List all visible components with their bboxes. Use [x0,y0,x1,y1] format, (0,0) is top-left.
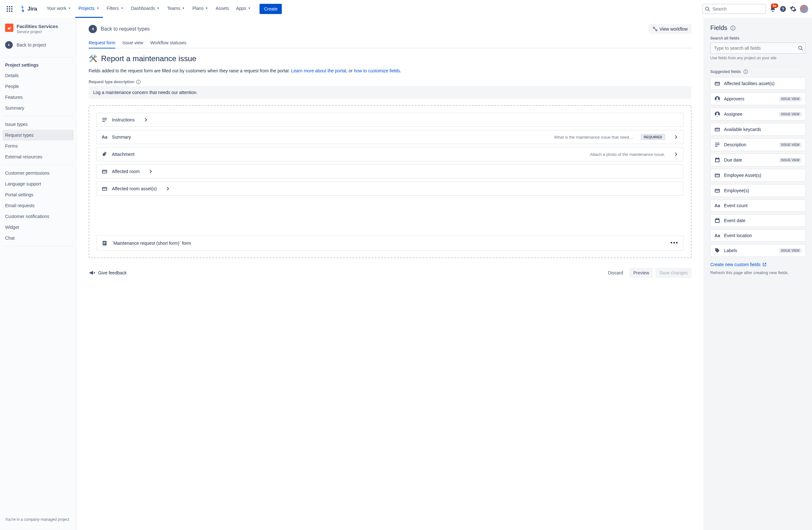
person-icon [714,111,720,117]
suggested-field-approvers[interactable]: Approvers ISSUE VIEW [710,92,806,105]
field-row-summary[interactable]: Aa Summary What is the maintenance issue… [96,130,684,144]
suggested-field-assignee[interactable]: Assignee ISSUE VIEW [710,108,806,120]
nav-apps[interactable]: Apps [233,3,255,14]
search-icon [798,46,803,51]
suggested-field-available-keycards[interactable]: Available keycards [710,123,806,136]
suggested-field-description[interactable]: Description ISSUE VIEW [710,138,806,151]
tab-workflow-statuses[interactable]: Workflow statuses [150,38,186,48]
field-row-affected-room-asset-s-[interactable]: Affected room asset(s) [96,182,684,196]
field-row-name: Affected room [112,169,140,174]
nav-your-work[interactable]: Your work [43,3,75,14]
create-button[interactable]: Create [260,4,282,14]
sidebar-item-language-support[interactable]: Language support [2,178,74,189]
sidebar-item-email-requests[interactable]: Email requests [2,200,74,211]
discard-button[interactable]: Discard [604,268,627,278]
sidebar-item-widget[interactable]: Widget [2,222,74,233]
text-lines-icon [102,117,107,123]
user-avatar[interactable] [800,5,808,13]
request-type-description-label: Request type description [89,80,692,84]
svg-point-13 [653,27,654,28]
back-to-project[interactable]: Back to project [2,39,74,51]
nav-plans[interactable]: Plans [189,3,212,14]
sidebar-item-issue-types[interactable]: Issue types [2,119,74,130]
attached-form-row[interactable]: `Maintenance request (short form)` form•… [96,236,684,250]
suggested-field-event-date[interactable]: Event date [710,214,806,227]
sidebar-item-people[interactable]: People [2,81,74,92]
nav-assets[interactable]: Assets [212,3,232,14]
nav-items: Your workProjectsFiltersDashboardsTeamsP… [43,3,255,14]
field-row-attachment[interactable]: Attachment Attach a photo of the mainten… [96,147,684,161]
tab-request-form[interactable]: Request form [89,38,115,48]
search-input[interactable] [702,4,766,14]
sidebar-item-customer-permissions[interactable]: Customer permissions [2,168,74,178]
nav-dashboards[interactable]: Dashboards [128,3,163,14]
sidebar-item-chat[interactable]: Chat [2,233,74,244]
main-content: Back to request types View workflow Requ… [76,18,704,530]
nav-projects[interactable]: Projects [75,3,103,14]
notification-badge: 9+ [771,3,778,8]
sidebar-item-portal-settings[interactable]: Portal settings [2,189,74,200]
give-feedback[interactable]: Give feedback [89,270,127,276]
sidebar-item-external-resources[interactable]: External resources [2,151,74,162]
learn-more-link[interactable]: Learn more about the portal [291,68,346,73]
calendar-icon [714,218,720,223]
suggested-field-due-date[interactable]: Due date ISSUE VIEW [710,153,806,166]
svg-rect-51 [718,158,719,159]
refresh-note: Refresh this page after creating new fie… [710,270,806,275]
suggested-field-event-count[interactable]: Aa Event count [710,200,806,211]
field-row-instructions[interactable]: Instructions [96,113,684,127]
customize-fields-link[interactable]: how to customize fields [354,68,400,73]
view-workflow-button[interactable]: View workflow [649,24,692,34]
sidebar-item-customer-notifications[interactable]: Customer notifications [2,211,74,222]
suggested-field-name: Event count [724,203,801,208]
suggested-field-employee-s-[interactable]: Employee(s) [710,184,806,197]
field-row-name: Attachment [112,152,134,157]
info-icon[interactable] [136,80,141,84]
folder-icon [714,188,720,193]
fields-search-input[interactable] [710,42,806,54]
help-icon[interactable]: ? [780,5,786,12]
field-row-name: Instructions [112,117,135,122]
footer-bar: Give feedback Discard Preview Save chang… [89,261,692,278]
tabs: Request formIssue viewWorkflow statuses [89,38,692,48]
sidebar-item-summary[interactable]: Summary [2,103,74,114]
suggested-field-employee-asset-s-[interactable]: Employee Asset(s) [710,169,806,182]
info-icon[interactable] [730,26,736,31]
Aa-icon: Aa [714,203,720,208]
info-icon[interactable] [743,70,748,74]
svg-line-33 [801,49,803,50]
suggested-field-affected-facilities-asset-s-[interactable]: Affected facilities asset(s) [710,77,806,90]
tab-issue-view[interactable]: Issue view [122,38,143,48]
request-type-description-box[interactable]: Log a maintenance concern that needs our… [89,86,692,99]
fields-drop-zone[interactable]: Instructions Aa Summary What is the main… [89,105,692,258]
suggested-field-name: Description [724,142,775,147]
jira-logo[interactable]: Jira [17,5,40,12]
field-row-affected-room[interactable]: Affected room [96,164,684,178]
required-badge: REQUIRED [641,134,665,140]
sidebar-item-request-types[interactable]: Request types [2,130,74,141]
app-switcher-icon[interactable] [4,3,15,15]
suggested-fields-heading: Suggested fields [710,70,806,74]
global-search[interactable] [702,4,766,14]
back-to-request-types[interactable]: Back to request types [89,25,150,33]
sidebar-item-forms[interactable]: Forms [2,141,74,151]
more-icon[interactable]: ••• [670,240,678,246]
save-changes-button: Save changes [655,268,692,278]
notifications-icon[interactable]: 9+ [769,5,776,12]
sidebar-item-features[interactable]: Features [2,92,74,103]
field-row-name: Affected room asset(s) [112,186,157,191]
nav-teams[interactable]: Teams [164,3,188,14]
folder-icon [714,173,720,178]
suggested-field-name: Event location [724,233,801,238]
suggested-field-labels[interactable]: Labels ISSUE VIEW [710,244,806,257]
svg-rect-4 [9,8,10,10]
nav-filters[interactable]: Filters [104,3,127,14]
svg-rect-37 [715,82,720,85]
suggested-field-name: Employee(s) [724,188,801,193]
suggested-field-event-location[interactable]: Aa Event location [710,230,806,241]
preview-button[interactable]: Preview [629,268,653,278]
svg-point-14 [656,30,657,31]
sidebar-item-details[interactable]: Details [2,70,74,81]
create-custom-fields-link[interactable]: Create new custom fields [710,262,806,267]
settings-icon[interactable] [790,5,797,12]
